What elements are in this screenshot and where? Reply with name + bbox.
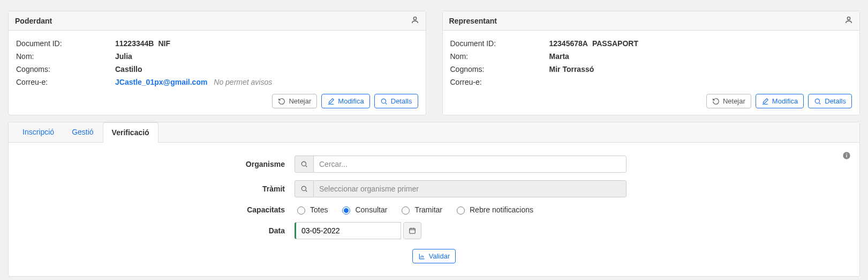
calendar-icon: [409, 227, 416, 234]
search-icon: [380, 98, 388, 105]
radio-tramitar[interactable]: Tramitar: [399, 205, 442, 215]
svg-rect-6: [846, 153, 847, 154]
svg-point-1: [381, 99, 386, 103]
organisme-label: Organisme: [21, 160, 295, 168]
representant-title: Representant: [449, 17, 497, 25]
label-document-id: Document ID:: [450, 39, 549, 48]
label-document-id: Document ID:: [16, 39, 115, 48]
detalls-button[interactable]: Detalls: [374, 94, 418, 108]
value-cognoms: Castillo: [115, 65, 142, 73]
tab-inscripcio[interactable]: Inscripció: [14, 122, 63, 142]
label-cognoms: Cognoms:: [450, 65, 549, 73]
representant-card: Representant Document ID: 12345678APASSA…: [442, 11, 861, 115]
organisme-input[interactable]: [313, 156, 627, 173]
search-icon: [295, 156, 313, 173]
radio-totes[interactable]: Totes: [295, 205, 328, 215]
search-icon: [814, 98, 821, 105]
tab-content-verificacio: Organisme Tràmit Capacitats Totes: [9, 143, 859, 276]
email-link[interactable]: JCastle_01px@gmail.com: [115, 78, 207, 86]
value-correu: JCastle_01px@gmail.com No permet avisos: [115, 78, 272, 86]
label-correu: Correu-e:: [16, 78, 115, 86]
label-correu: Correu-e:: [450, 78, 549, 86]
representant-header: Representant: [443, 11, 860, 31]
tab-gestio[interactable]: Gestió: [63, 122, 102, 142]
poderdant-header: Poderdant: [9, 11, 426, 31]
label-nom: Nom:: [450, 52, 549, 61]
search-icon: [295, 180, 313, 197]
tabs-container: Inscripció Gestió Verificació Organisme …: [8, 122, 860, 277]
label-cognoms: Cognoms:: [16, 65, 115, 73]
poderdant-title: Poderdant: [15, 17, 52, 25]
svg-rect-9: [410, 229, 416, 233]
undo-icon: [712, 98, 720, 105]
detalls-button[interactable]: Detalls: [808, 94, 852, 108]
tabs-bar: Inscripció Gestió Verificació: [9, 122, 859, 143]
data-input[interactable]: [295, 222, 401, 239]
value-nom: Marta: [549, 52, 569, 61]
person-icon: [411, 16, 419, 26]
netejar-button[interactable]: Netejar: [272, 94, 317, 108]
person-icon: [844, 16, 853, 26]
modifica-button[interactable]: Modifica: [756, 94, 804, 108]
poderdant-card: Poderdant Document ID: 11223344BNIF Nom:…: [8, 11, 426, 115]
calendar-button[interactable]: [403, 222, 421, 239]
svg-point-7: [301, 161, 306, 166]
netejar-button[interactable]: Netejar: [706, 94, 751, 108]
radio-consultar[interactable]: Consultar: [339, 205, 387, 215]
svg-point-0: [413, 17, 416, 20]
value-cognoms: Mir Torrassó: [549, 65, 594, 73]
validar-button[interactable]: Validar: [412, 249, 456, 263]
data-label: Data: [21, 226, 295, 235]
tab-verificacio[interactable]: Verificació: [103, 122, 158, 143]
chart-icon: [418, 253, 426, 260]
svg-point-8: [301, 186, 306, 190]
info-icon[interactable]: [842, 151, 851, 161]
undo-icon: [278, 98, 285, 105]
value-document-id: 11223344BNIF: [115, 39, 170, 48]
tramit-label: Tràmit: [21, 185, 295, 193]
tramit-input: [313, 180, 627, 197]
capacitats-label: Capacitats: [21, 205, 295, 214]
label-nom: Nom:: [16, 52, 115, 61]
radio-rebre[interactable]: Rebre notificacions: [454, 205, 533, 215]
value-nom: Julia: [115, 52, 132, 61]
edit-icon: [761, 98, 769, 105]
svg-point-2: [847, 17, 850, 20]
value-document-id: 12345678APASSAPORT: [549, 39, 639, 48]
edit-icon: [327, 98, 335, 105]
modifica-button[interactable]: Modifica: [321, 94, 369, 108]
svg-rect-5: [846, 155, 847, 158]
svg-point-3: [816, 99, 820, 103]
email-note: No permet avisos: [214, 78, 272, 86]
